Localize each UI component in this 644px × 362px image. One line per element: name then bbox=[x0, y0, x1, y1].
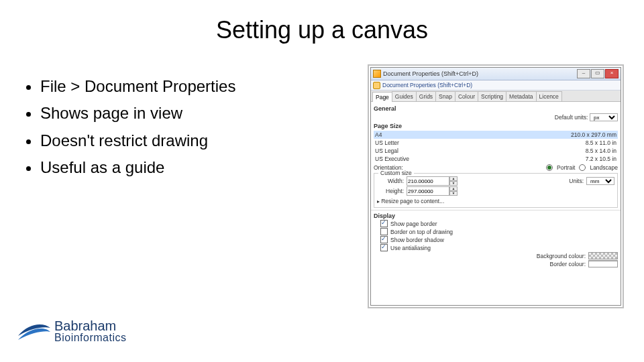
default-units-select[interactable]: px bbox=[590, 113, 618, 121]
show-shadow-label: Show border shadow bbox=[390, 237, 444, 243]
border-colour-swatch[interactable] bbox=[588, 260, 618, 267]
show-border-label: Show page border bbox=[390, 221, 437, 227]
width-spinbox[interactable]: ▲▼ bbox=[407, 176, 458, 186]
height-spinbox[interactable]: ▲▼ bbox=[407, 186, 458, 196]
window-titlebar: Document Properties (Shift+Ctrl+D) – ▭ × bbox=[371, 68, 621, 80]
document-properties-dialog: Document Properties (Shift+Ctrl+D) – ▭ ×… bbox=[370, 67, 621, 306]
bullet-list: File > Document Properties Shows page in… bbox=[27, 74, 309, 182]
orientation-portrait-radio[interactable] bbox=[546, 164, 553, 171]
background-colour-label: Background colour: bbox=[537, 253, 586, 259]
bullet-item: Useful as a guide bbox=[40, 155, 309, 180]
custom-units-select[interactable]: mm bbox=[586, 177, 614, 185]
close-button[interactable]: × bbox=[605, 69, 619, 78]
tab-page[interactable]: Page bbox=[372, 92, 392, 102]
show-border-checkbox[interactable] bbox=[380, 220, 388, 227]
width-label: Width: bbox=[377, 178, 404, 184]
page-size-row[interactable]: A4 210.0 x 297.0 mm bbox=[374, 131, 618, 139]
page-size-row[interactable]: US Letter 8.5 x 11.0 in bbox=[374, 139, 618, 147]
orientation-portrait-label: Portrait bbox=[557, 164, 575, 171]
maximize-button[interactable]: ▭ bbox=[591, 69, 604, 78]
border-on-top-label: Border on top of drawing bbox=[390, 229, 453, 235]
border-on-top-checkbox[interactable] bbox=[380, 228, 388, 235]
minimize-button[interactable]: – bbox=[577, 69, 590, 78]
page-size-list[interactable]: A4 210.0 x 297.0 mm US Letter 8.5 x 11.0… bbox=[374, 131, 618, 163]
height-label: Height: bbox=[377, 188, 404, 194]
tab-metadata[interactable]: Metadata bbox=[506, 91, 536, 101]
display-heading: Display bbox=[374, 213, 618, 219]
window-icon bbox=[373, 70, 381, 78]
units-label: Units: bbox=[569, 178, 584, 184]
border-colour-label: Border colour: bbox=[550, 261, 586, 267]
antialias-checkbox[interactable] bbox=[380, 244, 388, 251]
page-size-row[interactable]: US Legal 8.5 x 14.0 in bbox=[374, 147, 618, 155]
resize-to-content-expander[interactable]: Resize page to content... bbox=[377, 198, 614, 204]
antialias-label: Use antialiasing bbox=[390, 245, 431, 251]
custom-size-fieldset: Custom size Width: ▲▼ Units: mm Height: bbox=[374, 173, 618, 208]
dialog-tabs: Page Guides Grids Snap Colour Scripting … bbox=[371, 90, 621, 102]
bullet-item: Doesn't restrict drawing bbox=[40, 128, 309, 154]
tab-guides[interactable]: Guides bbox=[392, 91, 417, 101]
logo-text-top: Babraham bbox=[54, 319, 126, 333]
page-panel: General Default units: px Page Size A4 2… bbox=[371, 102, 621, 305]
babraham-logo: Babraham Bioinformatics bbox=[17, 317, 126, 345]
page-size-heading: Page Size bbox=[374, 123, 618, 129]
custom-size-legend: Custom size bbox=[378, 170, 414, 176]
general-heading: General bbox=[374, 105, 618, 112]
default-units-label: Default units: bbox=[555, 114, 588, 121]
orientation-landscape-label: Landscape bbox=[590, 164, 618, 171]
tab-colour[interactable]: Colour bbox=[455, 91, 478, 101]
tab-grids[interactable]: Grids bbox=[416, 91, 436, 101]
width-input[interactable] bbox=[407, 176, 449, 186]
height-input[interactable] bbox=[407, 186, 449, 196]
tab-licence[interactable]: Licence bbox=[536, 91, 562, 101]
logo-swoosh-icon bbox=[17, 317, 52, 345]
dock-header: Document Properties (Shift+Ctrl+D) bbox=[371, 80, 621, 90]
slide-title: Setting up a canvas bbox=[0, 16, 644, 44]
page-size-row[interactable]: US Executive 7.2 x 10.5 in bbox=[374, 155, 618, 163]
logo-text-bottom: Bioinformatics bbox=[54, 333, 126, 343]
bullet-item: Shows page in view bbox=[40, 101, 309, 126]
dock-title: Document Properties (Shift+Ctrl+D) bbox=[382, 82, 472, 88]
tab-snap[interactable]: Snap bbox=[435, 91, 455, 101]
bullet-item: File > Document Properties bbox=[40, 74, 309, 99]
tab-scripting[interactable]: Scripting bbox=[478, 91, 506, 101]
show-shadow-checkbox[interactable] bbox=[380, 236, 388, 243]
orientation-landscape-radio[interactable] bbox=[579, 164, 586, 171]
window-title: Document Properties (Shift+Ctrl+D) bbox=[383, 70, 575, 77]
dock-icon bbox=[373, 82, 380, 89]
document-properties-screenshot: Document Properties (Shift+Ctrl+D) – ▭ ×… bbox=[368, 64, 624, 308]
background-colour-swatch[interactable] bbox=[588, 252, 618, 259]
